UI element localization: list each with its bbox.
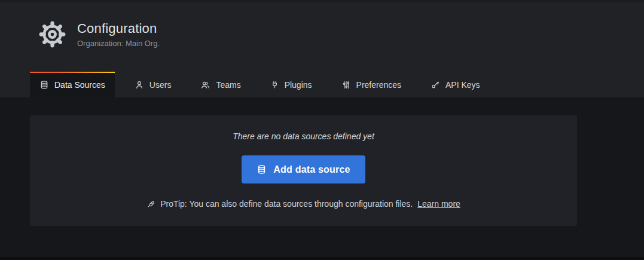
window-top-edge [0,0,644,2]
rocket-icon [146,200,155,209]
page-content: There are no data sources defined yet Ad… [0,97,644,260]
tab-users[interactable]: Users [125,72,181,97]
tab-label: Users [149,80,172,90]
configuration-page: Configuration Organization: Main Org. Da… [0,0,644,260]
gear-icon [38,20,66,48]
sliders-icon [341,80,351,90]
tab-label: Plugins [285,80,312,90]
add-data-source-label: Add data source [273,164,350,175]
database-icon [257,164,267,175]
tab-api-keys[interactable]: API Keys [421,72,490,97]
database-icon [39,80,49,90]
page-header: Configuration Organization: Main Org. Da… [0,0,644,97]
tab-plugins[interactable]: Plugins [261,72,322,97]
tab-label: Data Sources [54,80,105,90]
tab-teams[interactable]: Teams [191,72,250,97]
tab-bar: Data Sources Users [30,72,500,97]
empty-state-message: There are no data sources defined yet [30,131,577,141]
page-title: Configuration [77,21,160,36]
page-subtitle: Organization: Main Org. [77,39,160,48]
tab-label: Teams [216,80,240,90]
tab-label: Preferences [356,80,401,90]
users-icon [200,80,210,90]
key-icon [431,80,440,90]
empty-state-card: There are no data sources defined yet Ad… [30,115,577,226]
tab-label: API Keys [445,80,480,90]
window-bottom-edge [0,257,644,260]
learn-more-link[interactable]: Learn more [417,199,460,209]
tab-data-sources[interactable]: Data Sources [30,72,115,97]
tab-preferences[interactable]: Preferences [332,72,411,97]
user-icon [135,80,144,90]
protip-text: ProTip: You can also define data sources… [160,199,413,209]
plug-icon [270,80,279,90]
page-header-title-group: Configuration Organization: Main Org. [38,20,160,48]
add-data-source-button[interactable]: Add data source [242,155,365,183]
protip: ProTip: You can also define data sources… [30,199,577,209]
page-heading-text: Configuration Organization: Main Org. [77,21,160,47]
